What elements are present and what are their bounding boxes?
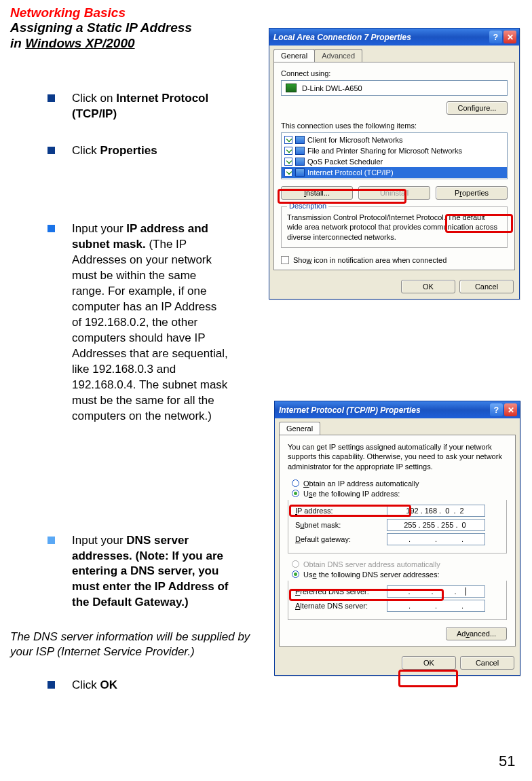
bullet-2-text: Click Properties — [72, 143, 157, 159]
service-icon — [295, 158, 305, 166]
item-label: File and Printer Sharing for Microsoft N… — [307, 147, 462, 155]
list-item-selected[interactable]: Internet Protocol (TCP/IP) — [282, 167, 507, 178]
checkbox-icon[interactable] — [284, 158, 292, 166]
help-button[interactable]: ? — [489, 31, 502, 43]
show-icon-checkbox[interactable] — [281, 256, 289, 264]
window-title: Local Area Connection 7 Properties — [273, 33, 488, 42]
tabs: General Advanced — [269, 46, 519, 62]
ok-button[interactable]: OK — [401, 280, 455, 293]
install-label: nstall... — [306, 189, 330, 197]
adapter-field: D-Link DWL-A650 — [281, 80, 508, 96]
radio-icon — [292, 560, 299, 568]
list-item[interactable]: QoS Packet Scheduler — [282, 156, 507, 167]
advanced-button[interactable]: Advanced... — [446, 627, 507, 640]
connection-properties-window: Local Area Connection 7 Properties ? ✕ G… — [269, 28, 520, 299]
intro-text: You can get IP settings assigned automat… — [288, 442, 507, 471]
gateway-row: Default gateway: ... — [295, 533, 499, 545]
install-button[interactable]: Install... — [281, 186, 353, 200]
tab-advanced[interactable]: Advanced — [314, 49, 362, 62]
radio-icon[interactable] — [292, 570, 299, 578]
subnet-input[interactable]: 255. 255. 255. 0 — [387, 519, 485, 531]
bullet-icon — [48, 94, 55, 102]
pref-dns-row: Preferred DNS server: ... — [295, 585, 499, 598]
sn-oct: 255 — [404, 521, 416, 529]
gateway-label: Default gateway: — [295, 535, 387, 543]
cancel-button[interactable]: Cancel — [460, 656, 514, 670]
properties-button[interactable]: Properties — [436, 186, 508, 200]
ip-oct: 168 — [425, 507, 437, 515]
radio-icon[interactable] — [292, 479, 299, 487]
alt-dns-label: Alternate DNS server: — [295, 602, 387, 610]
ip-oct: 192 — [406, 507, 418, 515]
ip-fieldset: IP address: 192. 168. 0 . 2 Subnet mask:… — [288, 500, 507, 553]
connect-using-label: Connect using: — [281, 69, 508, 77]
item-label: Internet Protocol (TCP/IP) — [307, 168, 394, 177]
close-button[interactable]: ✕ — [504, 403, 517, 416]
help-button[interactable]: ? — [490, 403, 503, 416]
bullet-1-text: Click on Internet Protocol (TCP/IP) — [72, 91, 228, 122]
titlebar[interactable]: Local Area Connection 7 Properties ? ✕ — [269, 29, 519, 46]
b5-bold: OK — [100, 678, 118, 691]
item-label: QoS Packet Scheduler — [307, 158, 383, 166]
protocol-icon — [295, 168, 305, 177]
adapter-icon — [286, 84, 297, 92]
sn-oct: 255 — [423, 521, 435, 529]
checkbox-icon[interactable] — [284, 168, 292, 177]
configure-button[interactable]: Configure... — [446, 101, 508, 115]
b3-pre: Input your — [72, 222, 126, 235]
ip-address-input[interactable]: 192. 168. 0 . 2 — [387, 505, 485, 517]
sn-oct: 255 — [441, 521, 453, 529]
ip-address-row: IP address: 192. 168. 0 . 2 — [295, 505, 499, 517]
text-cursor — [466, 587, 466, 596]
bullet-icon — [48, 681, 55, 689]
show-icon-label: Show icon in notification area when conn… — [293, 256, 446, 264]
ok-button[interactable]: OK — [402, 656, 456, 670]
tab-general[interactable]: General — [273, 49, 315, 62]
description-text: Transmission Control Protocol/Internet P… — [287, 213, 501, 242]
window-title: Internet Protocol (TCP/IP) Properties — [279, 405, 489, 415]
tab-general[interactable]: General — [279, 422, 320, 435]
radio-auto-ip-row[interactable]: Obtain an IP address automatically — [292, 479, 507, 488]
item-label: Client for Microsoft Networks — [307, 136, 403, 144]
items-listbox[interactable]: Client for Microsoft Networks File and P… — [281, 132, 508, 179]
radio-auto-dns-row: Obtain DNS server address automatically — [292, 560, 507, 568]
b4-pre: Input your — [72, 534, 126, 547]
uses-items-label: This connection uses the following items… — [281, 122, 508, 130]
panel-general: Connect using: D-Link DWL-A650 Configure… — [273, 62, 515, 270]
bullet-4-text: Input your DNS server addresses. (Note: … — [72, 533, 235, 611]
heading-red: Networking Basics — [10, 5, 522, 20]
radio-use-ip-label: Use the following IP address: — [303, 490, 400, 498]
radio-use-dns-row[interactable]: Use the following DNS server addresses: — [292, 570, 507, 579]
ip-label: IP address: — [295, 507, 387, 515]
subnet-row: Subnet mask: 255. 255. 255. 0 — [295, 519, 499, 531]
description-group: Description Transmission Control Protoco… — [281, 206, 508, 248]
radio-icon[interactable] — [292, 490, 299, 497]
bullet-5-text: Click OK — [72, 678, 117, 693]
gateway-input[interactable]: ... — [387, 533, 485, 545]
list-item[interactable]: Client for Microsoft Networks — [282, 134, 507, 145]
pref-dns-input[interactable]: ... — [387, 585, 485, 598]
radio-use-ip-row[interactable]: Use the following IP address: — [292, 490, 507, 498]
b2-bold: Properties — [100, 144, 157, 157]
uninstall-button: Uninstall — [358, 186, 430, 200]
dialog-buttons: OK Cancel — [275, 651, 520, 675]
b2-pre: Click — [72, 144, 100, 157]
page: Networking Basics Assigning a Static IP … — [10, 5, 522, 776]
checkbox-icon[interactable] — [284, 136, 292, 144]
tabs: General — [275, 418, 520, 435]
titlebar[interactable]: Internet Protocol (TCP/IP) Properties ? … — [275, 401, 520, 418]
checkbox-icon[interactable] — [284, 147, 292, 155]
alt-dns-input[interactable]: ... — [387, 600, 485, 612]
dialog-buttons: OK Cancel — [269, 274, 519, 299]
list-item[interactable]: File and Printer Sharing for Microsoft N… — [282, 145, 507, 156]
cancel-button[interactable]: Cancel — [459, 280, 514, 293]
bullet-5: Click OK — [48, 678, 522, 693]
isp-note: The DNS server information will be suppl… — [10, 630, 268, 659]
adapter-name: D-Link DWL-A650 — [302, 84, 362, 92]
b3-rest: (The IP Addresses on your network must b… — [72, 238, 228, 422]
close-button[interactable]: ✕ — [504, 31, 516, 43]
bullet-3-text: Input your IP address and subnet mask. (… — [72, 221, 228, 424]
radio-auto-dns-label: Obtain DNS server address automatically — [303, 560, 440, 568]
b1-pre: Click on — [72, 92, 116, 105]
heading-line2-pre: in — [10, 36, 25, 50]
